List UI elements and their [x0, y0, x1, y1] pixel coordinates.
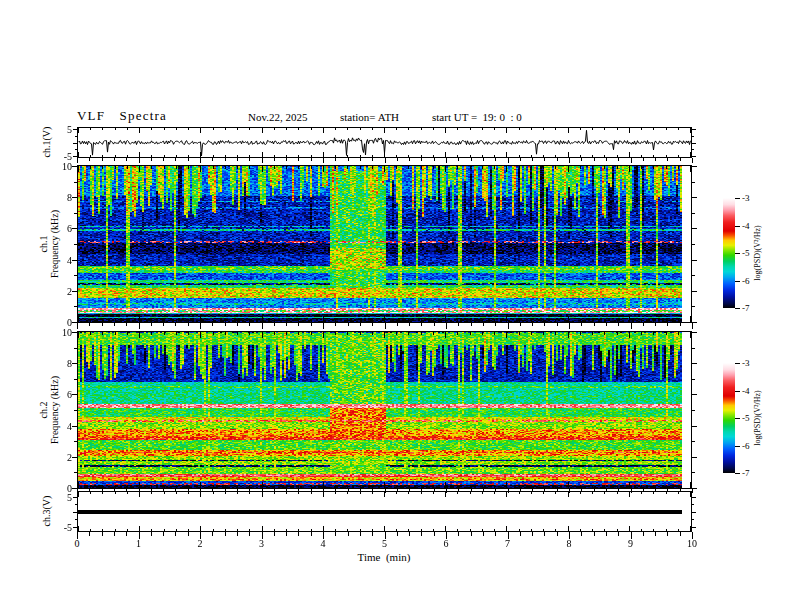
- tick-mark: [495, 158, 496, 161]
- ch1-waveform-panel: [77, 127, 692, 158]
- colorbar-tick-label: -5: [742, 413, 750, 423]
- tick-mark: [114, 323, 115, 326]
- tick-mark: [680, 323, 681, 326]
- tick-mark: [335, 532, 336, 536]
- tick-mark: [458, 323, 459, 326]
- tick-mark: [298, 532, 299, 536]
- tick-mark: [335, 158, 336, 161]
- colorbar-tick: [735, 198, 740, 199]
- tick-mark: [397, 158, 398, 161]
- tick-mark: [73, 527, 77, 528]
- freq-tick-label: 4: [46, 254, 72, 265]
- tick-mark: [581, 323, 582, 326]
- tick-mark: [72, 457, 77, 458]
- tick-mark: [237, 323, 238, 326]
- x-tick-label: 7: [505, 538, 510, 549]
- tick-mark: [77, 323, 78, 329]
- colorbar-tick: [735, 226, 740, 227]
- tick-mark: [680, 532, 681, 536]
- tick-mark: [692, 410, 695, 411]
- tick-mark: [581, 489, 582, 491]
- x-tick-label: 5: [382, 538, 387, 549]
- tick-mark: [692, 158, 693, 163]
- tick-mark: [421, 323, 422, 326]
- tick-mark: [446, 158, 447, 163]
- ch1-waveform-canvas: [78, 128, 691, 157]
- tick-mark: [89, 489, 90, 491]
- tick-mark: [569, 489, 570, 493]
- tick-mark: [72, 488, 77, 489]
- tick-mark: [483, 532, 484, 536]
- tick-mark: [667, 532, 668, 536]
- tick-mark: [274, 158, 275, 161]
- tick-mark: [581, 532, 582, 536]
- tick-mark: [75, 136, 77, 137]
- tick-mark: [434, 489, 435, 491]
- tick-mark: [692, 143, 696, 144]
- tick-mark: [692, 527, 696, 528]
- tick-mark: [102, 323, 103, 326]
- tick-mark: [495, 323, 496, 326]
- tick-mark: [692, 291, 697, 292]
- volt-tick-label: 5: [46, 123, 72, 134]
- tick-mark: [446, 489, 447, 493]
- tick-mark: [532, 532, 533, 536]
- tick-mark: [72, 394, 77, 395]
- tick-mark: [77, 489, 78, 493]
- tick-mark: [557, 489, 558, 491]
- tick-mark: [483, 323, 484, 326]
- colorbar-ch2: [723, 363, 735, 473]
- tick-mark: [286, 489, 287, 491]
- tick-mark: [692, 275, 695, 276]
- tick-mark: [72, 363, 77, 364]
- tick-mark: [483, 489, 484, 491]
- x-tick-label: 2: [198, 538, 203, 549]
- x-tick-label: 8: [567, 538, 572, 549]
- tick-mark: [618, 532, 619, 536]
- tick-mark: [618, 489, 619, 491]
- tick-mark: [692, 260, 697, 261]
- tick-mark: [372, 532, 373, 536]
- tick-mark: [655, 158, 656, 161]
- tick-mark: [237, 489, 238, 491]
- tick-mark: [520, 158, 521, 161]
- x-tick-label: 3: [259, 538, 264, 549]
- tick-mark: [606, 532, 607, 536]
- tick-mark: [74, 306, 77, 307]
- tick-mark: [262, 158, 263, 163]
- tick-mark: [421, 489, 422, 491]
- tick-mark: [323, 323, 324, 329]
- tick-mark: [397, 323, 398, 326]
- tick-mark: [249, 323, 250, 326]
- freq-tick-label: 4: [46, 420, 72, 431]
- colorbar-tick: [735, 363, 740, 364]
- tick-mark: [74, 410, 77, 411]
- tick-mark: [594, 489, 595, 491]
- tick-mark: [544, 489, 545, 491]
- tick-mark: [409, 158, 410, 161]
- tick-mark: [594, 323, 595, 326]
- tick-mark: [471, 532, 472, 536]
- tick-mark: [311, 532, 312, 536]
- tick-mark: [74, 275, 77, 276]
- tick-mark: [495, 489, 496, 491]
- tick-mark: [237, 158, 238, 161]
- tick-mark: [385, 158, 386, 163]
- volt-tick-label: -5: [46, 151, 72, 162]
- tick-mark: [372, 489, 373, 491]
- tick-mark: [692, 457, 697, 458]
- tick-mark: [335, 489, 336, 491]
- tick-mark: [163, 158, 164, 161]
- volt-tick-label: -5: [46, 521, 72, 532]
- tick-mark: [508, 158, 509, 163]
- station-label: station= ATH: [340, 111, 399, 123]
- tick-mark: [200, 489, 201, 493]
- tick-mark: [212, 489, 213, 491]
- tick-mark: [532, 489, 533, 491]
- tick-mark: [89, 323, 90, 326]
- tick-mark: [73, 156, 77, 157]
- tick-mark: [72, 228, 77, 229]
- tick-mark: [495, 532, 496, 536]
- tick-mark: [606, 158, 607, 161]
- tick-mark: [655, 489, 656, 491]
